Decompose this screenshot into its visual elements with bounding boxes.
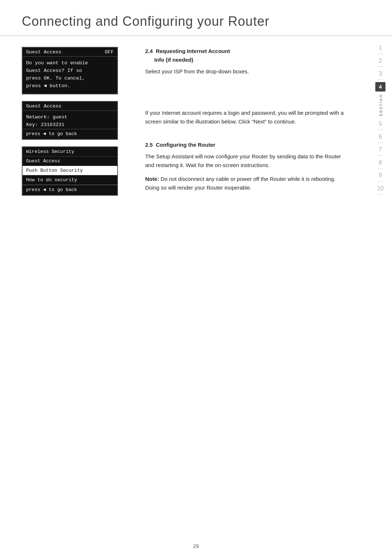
screen1-title-right: OFF: [105, 49, 114, 55]
screen1-titlebar: Guest Access OFF: [23, 48, 117, 57]
menu-item-1: Wireless Security: [23, 147, 117, 157]
section-2-5-body: The Setup Assistant will now configure y…: [145, 152, 348, 170]
section-word-label: section: [378, 94, 383, 116]
section-2-5-note: Note: Do not disconnect any cable or pow…: [145, 175, 348, 192]
sidebar-divider-1: [377, 54, 383, 54]
screen3-footer: press ◄ to go back: [23, 185, 117, 195]
page-title: Connecting and Configuring your Router: [22, 14, 370, 29]
sidebar-item-9: 9: [375, 171, 385, 183]
sidebar-num-1: 1: [375, 43, 385, 53]
sidebar-item-4: 4: [375, 82, 385, 92]
sidebar-divider-8: [377, 168, 383, 169]
screen-mockup-3: Wireless Security Guest Access Push Butt…: [22, 146, 118, 196]
section-2-4-block: 2.4 Requesting Internet Account Info (if…: [145, 47, 348, 76]
main-content: Guest Access OFF Do you want to enableGu…: [0, 36, 392, 221]
sidebar-item-10: 10: [375, 184, 385, 196]
menu-item-3-selected: Push Button Security: [23, 166, 117, 175]
screen1-title: Guest Access: [26, 49, 61, 55]
sidebar-item-1: 1: [375, 43, 385, 56]
sidebar-item-8: 8: [375, 158, 385, 170]
sidebar-num-3: 3: [375, 69, 385, 78]
section-sidebar: 1 2 3 4 section 5 6 7 8: [375, 43, 385, 197]
note-body: Do not disconnect any cable or power off…: [145, 176, 335, 191]
sidebar-num-2: 2: [375, 56, 385, 66]
section-2-5-heading: 2.5 Configuring the Router: [145, 141, 348, 149]
screen1-text: Do you want to enableGuest Access? If so…: [26, 60, 88, 89]
section-2-5-number: 2.5: [145, 142, 156, 148]
screen2-body: Network: guest Key: 23163231: [23, 111, 117, 129]
menu-item-4: How to do security: [23, 175, 117, 185]
menu-item-2: Guest Access: [23, 157, 117, 166]
sidebar-divider-3: [377, 80, 383, 80]
section-2-4-body2: If your Internet account requires a logi…: [145, 109, 348, 126]
sidebar-item-6: 6: [375, 132, 385, 145]
sidebar-num-5: 5: [375, 119, 385, 129]
sidebar-item-2: 2: [375, 56, 385, 69]
sidebar-divider-9: [377, 181, 383, 182]
sidebar-num-7: 7: [375, 145, 385, 154]
sidebar-num-4-active: 4: [375, 82, 385, 92]
sidebar-divider-5: [377, 130, 383, 130]
screens-column: Guest Access OFF Do you want to enableGu…: [22, 47, 134, 207]
spacer-1: [145, 87, 348, 109]
sidebar-divider-6: [377, 142, 383, 143]
screen2-title: Guest Access: [26, 104, 61, 109]
note-label: Note:: [145, 176, 159, 182]
sidebar-num-8: 8: [375, 158, 385, 167]
page-header: Connecting and Configuring your Router: [0, 0, 392, 36]
sidebar-num-10: 10: [375, 184, 385, 193]
sidebar-divider-2: [377, 66, 383, 67]
screen2-line1: Network: guest: [26, 114, 114, 121]
screen-mockup-1: Guest Access OFF Do you want to enableGu…: [22, 47, 118, 94]
text-column: 2.4 Requesting Internet Account Info (if…: [145, 47, 370, 207]
sidebar-item-3: 3: [375, 69, 385, 81]
section-2-5-block: 2.5 Configuring the Router The Setup Ass…: [145, 141, 348, 192]
screen2-titlebar: Guest Access: [23, 102, 117, 111]
sidebar-divider-10: [377, 194, 383, 195]
section-2-5-title: Configuring the Router: [156, 142, 215, 148]
sidebar-divider-7: [377, 155, 383, 156]
screen2-line2: Key: 23163231: [26, 121, 114, 129]
section-2-4-heading: 2.4 Requesting Internet Account Info (if…: [145, 47, 348, 64]
screen3-footer-text: press ◄ to go back: [26, 187, 77, 192]
sidebar-item-7: 7: [375, 145, 385, 157]
section-2-4-title: Requesting Internet Account Info (if nee…: [145, 48, 230, 63]
sidebar-num-9: 9: [375, 171, 385, 180]
sidebar-num-6: 6: [375, 132, 385, 142]
section-2-4-number: 2.4: [145, 48, 156, 54]
screen2-footer-text: press ◄ to go back: [26, 131, 77, 137]
section-2-4-continued: If your Internet account requires a logi…: [145, 109, 348, 126]
page-number: 29: [0, 543, 392, 549]
section-2-4-body: Select your ISP from the drop-down boxes…: [145, 67, 348, 76]
sidebar-item-5: 5: [375, 119, 385, 131]
screen-mockup-2: Guest Access Network: guest Key: 2316323…: [22, 101, 118, 140]
screen1-body: Do you want to enableGuest Access? If so…: [23, 57, 117, 94]
screen2-footer: press ◄ to go back: [23, 129, 117, 139]
